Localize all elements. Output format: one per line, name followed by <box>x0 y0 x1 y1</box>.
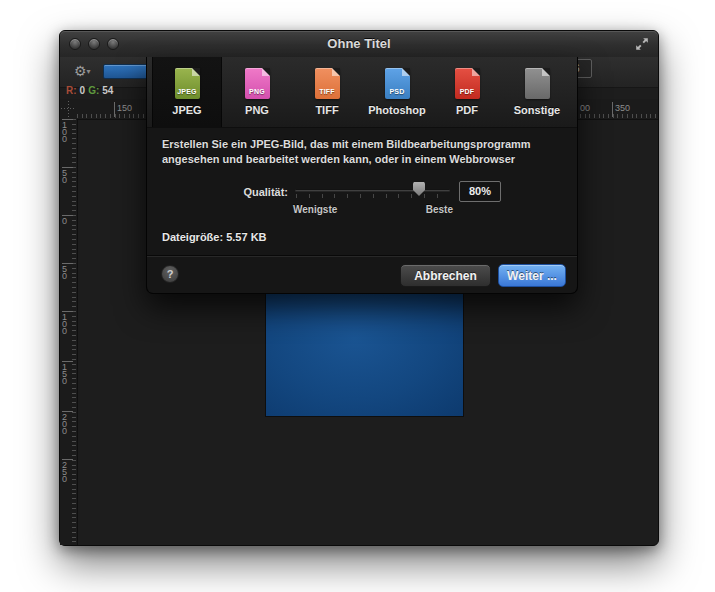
description-line-2: angesehen und bearbeitet werden kann, od… <box>162 152 566 167</box>
file-format-icon: PDF <box>455 68 480 99</box>
file-format-icon: PSD <box>385 68 410 99</box>
ruler-label: 5 0 <box>62 167 73 184</box>
format-badge: PDF <box>455 88 480 95</box>
green-channel-label: G: <box>88 85 99 96</box>
format-label: Sonstige <box>514 104 560 116</box>
ruler-label: 350 <box>612 102 630 117</box>
canvas-blue-rectangle[interactable] <box>266 291 463 416</box>
red-channel-value: 0 <box>80 85 86 96</box>
export-dialog: JPEG JPEG PNG PNG TIFF TIFF PSD Photosho… <box>146 57 578 294</box>
help-button[interactable]: ? <box>161 265 179 283</box>
color-swatch[interactable] <box>103 64 149 79</box>
format-label: JPEG <box>172 104 201 116</box>
quality-label: Qualität: <box>147 186 288 198</box>
format-item[interactable]: PNG PNG <box>222 57 292 127</box>
fullscreen-icon[interactable] <box>634 36 650 52</box>
format-label: PNG <box>245 104 269 116</box>
file-format-icon: JPEG <box>175 68 200 99</box>
continue-button[interactable]: Weiter ... <box>498 264 566 287</box>
file-format-icon <box>525 68 550 99</box>
quality-slider[interactable] <box>295 181 450 201</box>
file-size-label: Dateigröße: 5.57 KB <box>162 231 267 243</box>
quality-value-field[interactable]: 80% <box>459 181 501 202</box>
vertical-ruler: 1 0 05 005 01 0 01 5 02 0 02 5 0 <box>60 119 78 545</box>
format-label: TIFF <box>315 104 338 116</box>
ruler-label: 5 0 <box>62 263 73 280</box>
format-row: JPEG JPEG PNG PNG TIFF TIFF PSD Photosho… <box>147 57 577 128</box>
format-badge: JPEG <box>175 88 200 95</box>
slider-min-label: Wenigste <box>293 204 337 215</box>
slider-range-labels: Wenigste Beste <box>293 204 453 215</box>
format-item[interactable]: TIFF TIFF <box>292 57 362 127</box>
color-readout: R:0G:54 <box>66 85 116 99</box>
description-line-1: Erstellen Sie ein JPEG-Bild, das mit ein… <box>162 137 566 152</box>
ruler-corner <box>60 99 77 119</box>
green-channel-value: 54 <box>102 85 113 96</box>
format-label: Photoshop <box>368 104 425 116</box>
format-badge: PNG <box>245 88 270 95</box>
app-window: Ohne Titel ⚙▾ 6 R:0G:54 15000350 1 0 05 … <box>59 30 659 546</box>
ruler-label: 150 <box>114 102 132 117</box>
format-label: PDF <box>456 104 478 116</box>
format-item[interactable]: PSD Photoshop <box>362 57 432 127</box>
format-badge: PSD <box>385 88 410 95</box>
format-item[interactable]: Sonstige <box>502 57 572 127</box>
file-format-icon: TIFF <box>315 68 340 99</box>
ruler-label: 2 5 0 <box>62 459 73 483</box>
ruler-label: 2 0 0 <box>62 411 73 435</box>
ruler-label: 0 <box>62 215 73 225</box>
ruler-label: 1 5 0 <box>62 361 73 385</box>
format-description: Erstellen Sie ein JPEG-Bild, das mit ein… <box>162 137 566 167</box>
format-item[interactable]: PDF PDF <box>432 57 502 127</box>
ruler-label: 00 <box>577 102 590 117</box>
window-title: Ohne Titel <box>60 36 658 51</box>
dialog-footer: ? Abbrechen Weiter ... <box>147 256 577 293</box>
desktop: Ohne Titel ⚙▾ 6 R:0G:54 15000350 1 0 05 … <box>0 0 715 592</box>
format-item[interactable]: JPEG JPEG <box>152 57 222 127</box>
slider-tickmarks <box>296 194 449 198</box>
slider-max-label: Beste <box>426 204 453 215</box>
file-format-icon: PNG <box>245 68 270 99</box>
ruler-label: 1 0 0 <box>62 311 73 335</box>
chevron-down-icon: ▾ <box>87 67 91 76</box>
ruler-label: 1 0 0 <box>62 119 73 143</box>
titlebar[interactable]: Ohne Titel <box>60 31 658 58</box>
cancel-button[interactable]: Abbrechen <box>400 264 491 287</box>
slider-track[interactable] <box>295 189 450 191</box>
red-channel-label: R: <box>66 85 77 96</box>
gear-menu-button[interactable]: ⚙▾ <box>74 61 91 82</box>
format-badge: TIFF <box>315 88 340 95</box>
